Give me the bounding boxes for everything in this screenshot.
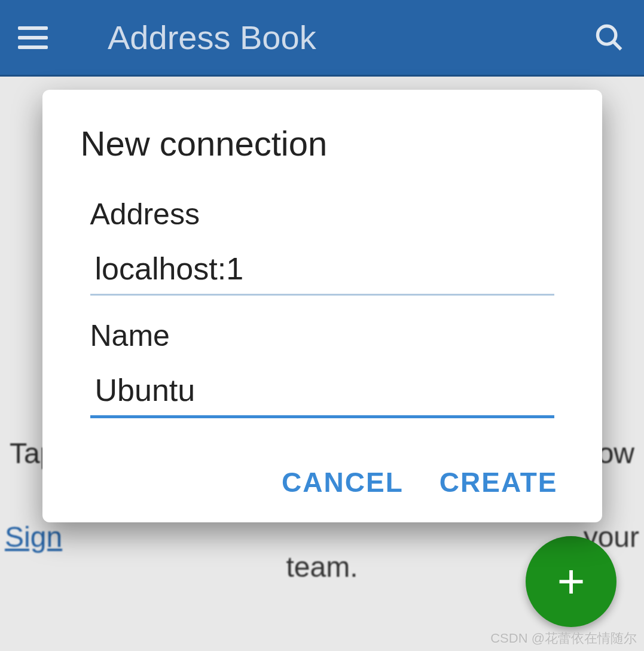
dialog-overlay: New connection Address Name CANCEL CREAT… bbox=[0, 0, 644, 651]
dialog-actions: CANCEL CREATE bbox=[81, 466, 564, 498]
create-button[interactable]: CREATE bbox=[439, 466, 558, 498]
address-label: Address bbox=[90, 197, 554, 232]
address-field-group: Address bbox=[90, 197, 554, 296]
new-connection-dialog: New connection Address Name CANCEL CREAT… bbox=[42, 90, 602, 522]
address-input[interactable] bbox=[90, 246, 554, 296]
cancel-button[interactable]: CANCEL bbox=[282, 466, 404, 498]
watermark-text: CSDN @花蕾依在情随尔 bbox=[490, 629, 637, 647]
name-field-group: Name bbox=[90, 318, 554, 418]
name-input[interactable] bbox=[90, 367, 554, 418]
name-label: Name bbox=[90, 318, 554, 353]
dialog-title: New connection bbox=[81, 123, 564, 163]
